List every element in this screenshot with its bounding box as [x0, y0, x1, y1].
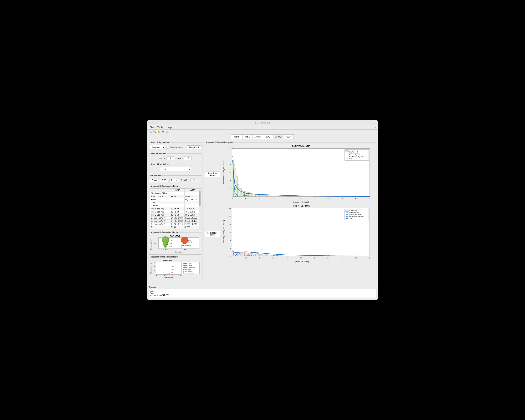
close-icon[interactable]: [149, 121, 151, 124]
svg-text:50%: 50%: [188, 239, 190, 241]
table-row[interactable]: D₁ ± sd [µm² s⁻¹]0.018 ± 0.0030.038 ± 0.…: [150, 216, 201, 219]
table-row[interactable]: Pop 1 ± sd [%]19.8 ± 4.93.7 ± 10.5: [150, 207, 201, 210]
bubble1-panel: Apparent Diffusion Bubbleplot RecN-YFPᵥ1…: [149, 231, 202, 255]
svg-rect-135: [284, 196, 286, 196]
svg-rect-109: [249, 192, 250, 197]
menu-help[interactable]: Help: [167, 126, 172, 129]
svg-rect-53: [183, 271, 184, 272]
fitting-method-select[interactable]: GAMMA: [150, 145, 165, 149]
tab-sda[interactable]: SDA: [284, 134, 294, 139]
svg-text:1.5: 1.5: [272, 198, 275, 199]
svg-rect-103: [240, 188, 242, 197]
zoom-out-icon[interactable]: 🔍: [153, 130, 156, 133]
svg-text:10: 10: [229, 215, 231, 217]
svg-rect-195: [242, 252, 243, 256]
svg-text:4.5: 4.5: [355, 257, 357, 259]
table-row[interactable]: R²0.9850.995: [150, 226, 201, 229]
svg-rect-129: [276, 196, 278, 196]
bins-value-input[interactable]: [160, 178, 169, 182]
histogram-legend: Apparent Diffusion Histogram: [205, 141, 234, 144]
svg-rect-200: [249, 253, 250, 256]
svg-rect-133: [281, 196, 283, 196]
bins-plus-button[interactable]: Bins +: [169, 178, 179, 182]
table-row[interactable]: Significantly Differe...: [150, 192, 201, 195]
minimize-icon[interactable]: [152, 121, 154, 124]
svg-text:12: 12: [229, 148, 231, 149]
table-row[interactable]: -MMC--: [150, 201, 201, 204]
calc-h2: -MMC: [185, 189, 201, 192]
svg-rect-209: [261, 255, 262, 256]
svg-rect-194: [240, 252, 242, 256]
redo-fit-mmc-button[interactable]: Redo fit for: +MMC: [205, 172, 220, 177]
table-row[interactable]: D₂ ± sd [µm² s⁻¹]0.148 ± 0.0330.532 ± 0.…: [150, 219, 201, 222]
svg-rect-39: [165, 274, 166, 275]
calc-table-wrap[interactable]: +MMC -MMC Significantly Differe...stars …: [150, 188, 201, 229]
svg-text:D [µm²s⁻¹] (N = 260): D [µm²s⁻¹] (N = 260): [293, 261, 309, 263]
table-row[interactable]: Pop 2 ± sd [%]30.4 ± 6.046.2 ± 10.3: [150, 210, 201, 213]
svg-text:4: 4: [342, 198, 343, 199]
resize-handle-icon[interactable]: ⋯: [147, 282, 378, 284]
svg-rect-207: [258, 254, 260, 256]
svg-rect-128: [275, 196, 276, 196]
tab-gmm[interactable]: GMM: [253, 134, 263, 139]
table-row[interactable]: GAMMA: [150, 204, 201, 207]
svg-text:0.5: 0.5: [245, 198, 247, 199]
histogram-chart-2: RecN-YFPᵥ1 / -MMC02468101200.511.522.533…: [222, 204, 372, 264]
svg-rect-216: [271, 255, 272, 256]
svg-rect-51: [183, 269, 184, 270]
svg-rect-219: [275, 256, 276, 256]
table-row[interactable]: D₃ ± sd [µm² s⁻¹]1.176 ± 0.1101.943 ± 0.…: [150, 222, 201, 226]
bins-minus-button[interactable]: Bins -: [150, 178, 159, 182]
svg-rect-45: [183, 263, 184, 264]
calc-h0: [150, 189, 170, 192]
zoom-in-icon[interactable]: 🔍: [149, 130, 152, 133]
tau-input[interactable]: [190, 178, 198, 182]
maxx-input[interactable]: [167, 156, 174, 160]
menu-tools[interactable]: Tools: [157, 126, 163, 129]
bubble2-legend: Apparent Diffusion Bubbleplot: [150, 256, 179, 258]
svg-text:8: 8: [230, 223, 231, 225]
maximize-icon[interactable]: [155, 121, 157, 124]
tab-sqd[interactable]: SQD: [263, 134, 273, 139]
svg-rect-212: [265, 255, 267, 256]
rotate-icon[interactable]: ⟳: [162, 130, 165, 133]
tab-msd[interactable]: MSD: [243, 134, 253, 139]
svg-rect-138: [346, 151, 348, 152]
redo-fit-minus-mmc-button[interactable]: Redo fit for: -MMC: [205, 231, 220, 237]
svg-text:-MMC - Fast Mobile: -MMC - Fast Mobile: [184, 273, 194, 274]
menu-overflow-icon[interactable]: ↘: [375, 126, 376, 128]
svg-text:D with R² <= 0: D with R² <= 0: [349, 210, 358, 211]
svg-text:Sum: Sum: [349, 158, 352, 159]
svg-text:0: 0: [154, 274, 155, 275]
svg-rect-116: [258, 195, 260, 196]
populations-select[interactable]: best: [160, 167, 191, 171]
svg-text:D [µm²s⁻¹] (N = 323): D [µm²s⁻¹] (N = 323): [293, 201, 309, 203]
scrollbar[interactable]: [199, 189, 201, 229]
svg-text:5: 5: [369, 198, 370, 199]
svg-rect-193: [239, 252, 240, 256]
svg-rect-107: [246, 192, 247, 197]
svg-rect-117: [260, 195, 261, 196]
svg-rect-122: [267, 195, 268, 196]
svg-rect-215: [269, 255, 271, 256]
svg-text:-MMC - Mobile: -MMC - Mobile: [184, 271, 192, 272]
svg-text:-MMC: -MMC: [182, 249, 187, 251]
run-best-fit-button[interactable]: Run best fit: [187, 145, 201, 149]
pan-icon[interactable]: ✋: [157, 130, 160, 133]
bubble2-chart: RecN-YFPᵥ1 Diffusion [µm² s⁻¹] 3 2 1 0 -…: [150, 259, 200, 278]
svg-point-15: [183, 247, 183, 247]
svg-rect-119: [262, 195, 264, 196]
maxy-input[interactable]: [184, 156, 192, 160]
table-row[interactable]: stars / p-value+MMC-MMC: [150, 195, 201, 198]
simultaneous-checkbox[interactable]: [166, 146, 169, 148]
svg-text:4: 4: [230, 239, 231, 241]
tab-appd[interactable]: APPD: [273, 134, 284, 139]
svg-rect-202: [251, 254, 253, 256]
data-cursor-icon[interactable]: ▭: [166, 130, 169, 133]
table-row[interactable]: +MMC-(lv) *** / 0.000...: [150, 198, 201, 201]
table-row[interactable]: Pop 3 ± sd [%]49.7 ± 5.550.0 ± 10.7: [150, 213, 201, 216]
menu-file[interactable]: File: [150, 126, 154, 129]
svg-text:1: 1: [259, 198, 260, 199]
tab-import[interactable]: Import: [231, 134, 243, 139]
svg-text:-50: -50: [155, 275, 157, 276]
